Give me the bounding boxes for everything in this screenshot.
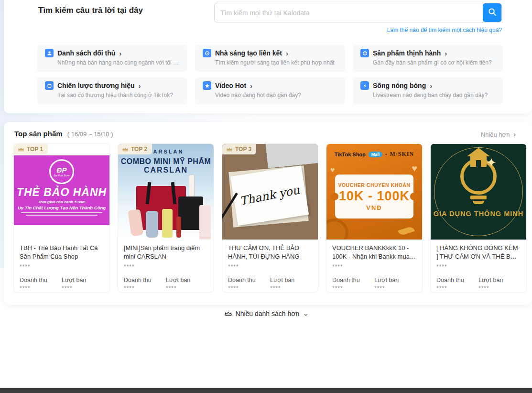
top-products-header: Top sản phẩm ( 16/09 ~ 15/10 ) [14, 130, 113, 138]
voucher-ticket-graphic: VOUCHER CHUYỂN KHOẢN 10K - 100K VNĐ [335, 175, 413, 218]
product-title: [MINI]Sản phẩm trang điểm mini CARSLAN [124, 244, 208, 262]
quick-card-desc: Những nhà bán hàng nào cùng ngành với tô… [57, 59, 181, 66]
product-image: ĐP Đại Phát Store THẺ BẢO HÀNH Thời gian… [14, 144, 109, 240]
bottom-bar [0, 388, 532, 393]
carslan-stick-graphic [189, 175, 195, 199]
warranty-fineprint [26, 215, 98, 216]
search-button[interactable] [483, 3, 501, 22]
chevron-down-icon: ⌄ [303, 311, 309, 317]
quick-card-competitors[interactable]: Danh sách đối thủ › Những nhà bán hàng n… [37, 45, 187, 72]
crown-icon [226, 147, 233, 152]
chevron-right-icon: › [250, 82, 252, 89]
leaf-decor-graphic [398, 226, 415, 236]
sales-value: **** [478, 285, 521, 292]
revenue-label: Doanh thu [124, 277, 166, 284]
page-title: Tìm kiếm câu trả lời tại đây [38, 6, 143, 15]
revenue-value: **** [228, 285, 270, 292]
quick-card-title: Chiến lược thương hiệu [57, 82, 135, 89]
product-title: [ HÀNG KHÔNG ĐÓNG KÈM ] THƯ CẢM ƠN VÀ TH… [436, 244, 521, 262]
star-icon [203, 81, 211, 90]
masked-rating: **** [332, 263, 416, 270]
voucher-line1: VOUCHER CHUYỂN KHOẢN [338, 182, 410, 188]
crown-icon [18, 147, 24, 152]
revenue-value: **** [124, 285, 166, 292]
quick-card-desc: Tại sao có thương hiệu thành công ở TikT… [57, 92, 181, 98]
product-card[interactable]: ✦ GIA DỤNG THÔNG MINH [ HÀNG KHÔNG ĐÓNG … [430, 143, 527, 293]
carslan-headline2: CARSLAN [118, 166, 214, 175]
revenue-value: **** [332, 285, 374, 292]
warranty-line2: Uy Tín Chất Lượng Tạo Nên Thành Công [18, 205, 106, 210]
search-help-link[interactable]: Làm thế nào để tìm kiếm một cách hiệu qu… [387, 27, 502, 33]
sparkle-icon: ✦ [486, 156, 497, 169]
quick-card-hot-videos[interactable]: Video Hot › Video nào đang hot dạo gần đ… [195, 77, 345, 104]
yellow-bottle-graphic [162, 209, 173, 238]
chevron-right-icon: › [513, 130, 516, 138]
quick-card-desc: Video nào đang hot dạo gần đây? [215, 92, 338, 98]
product-image: CARSLAN COMBO MINI MỸ PHẨM CARSLAN [118, 144, 214, 240]
revenue-value: **** [20, 285, 62, 292]
quick-card-desc: Livestream nào đang bán chạy dạo gần đây… [373, 92, 496, 98]
quick-card-title: Nhà sáng tạo liên kết [215, 49, 282, 57]
voucher-amount: 10K - 100K [339, 189, 410, 204]
product-image: ✦ GIA DỤNG THÔNG MINH [431, 144, 526, 240]
product-image: Thank you [222, 144, 318, 240]
sales-value: **** [270, 285, 312, 292]
product-card[interactable]: Thank you TOP 3 THƯ CẢM ƠN, THẺ BẢO HÀNH… [222, 143, 318, 293]
chevron-right-icon: › [430, 82, 432, 89]
tiktok-shop-logo: TikTok Shop [335, 152, 366, 157]
warranty-logo: ĐP [57, 166, 67, 174]
quick-card-title: Video Hot [215, 82, 246, 89]
quick-card-affiliate-creators[interactable]: Nhà sáng tạo liên kết › Tìm kiếm người s… [195, 45, 345, 72]
bulb-base-graphic [470, 196, 487, 199]
masked-rating: **** [124, 263, 208, 270]
quick-card-brand-strategy[interactable]: Chiến lược thương hiệu › Tại sao có thươ… [37, 77, 187, 104]
keyboard-graphic [265, 144, 318, 168]
quick-card-hot-livestreams[interactable]: Sống nóng bỏng › Livestream nào đang bán… [353, 77, 503, 104]
quick-card-title: Sống nóng bỏng [373, 82, 426, 89]
search-input[interactable] [215, 9, 483, 17]
product-card[interactable]: CARSLAN COMBO MINI MỸ PHẨM CARSLAN TOP 2… [118, 143, 214, 293]
heart-decor-icon: ♥ [412, 163, 417, 174]
quick-card-trending-products[interactable]: Sản phẩm thịnh hành › Gần đây bán sản ph… [353, 45, 503, 72]
carslan-headline: COMBO MINI MỸ PHẨM [118, 157, 214, 166]
quick-links-grid: Danh sách đối thủ › Những nhà bán hàng n… [37, 45, 503, 104]
search-panel: Tìm kiếm câu trả lời tại đây Làm thế nào… [4, 0, 532, 113]
crown-outline-icon [224, 311, 232, 317]
product-image: TikTok Shop Mall • M·SKIN ♥ ♥ VOUCHER CH… [326, 144, 422, 240]
sachets-graphic [199, 205, 211, 237]
date-range: ( 16/09 ~ 15/10 ) [67, 131, 113, 138]
sales-label: Lượt bán [166, 277, 208, 284]
sales-value: **** [166, 285, 208, 292]
chevron-right-icon: › [139, 82, 141, 89]
product-title: VOUCHER BANKKkkK 10 - 100K - Nhận khi Ba… [332, 244, 416, 262]
revenue-label: Doanh thu [20, 277, 62, 284]
quick-card-title: Sản phẩm thịnh hành [373, 49, 441, 57]
coin-decor-graphic [326, 218, 348, 240]
product-icon [360, 49, 369, 57]
search-bar [214, 3, 502, 22]
more-link[interactable]: Nhiều hơn › [481, 131, 516, 138]
mskin-logo: M·SKIN [390, 151, 414, 158]
chevron-right-icon: › [286, 50, 288, 57]
product-title: TBH - Thẻ Bảo Hành Tất Cả Sản Phẩm Của S… [20, 244, 104, 262]
sales-value: **** [62, 285, 104, 292]
crown-icon [122, 147, 129, 152]
revenue-label: Doanh thu [436, 277, 478, 284]
more-lists-button[interactable]: Nhiều danh sách hơn ⌄ [0, 310, 532, 317]
revenue-value: **** [436, 285, 478, 292]
sales-label: Lượt bán [270, 277, 312, 284]
quick-card-desc: Tìm kiếm người sáng tạo liên kết phù hợp… [215, 59, 338, 66]
sales-label: Lượt bán [478, 277, 521, 284]
product-card[interactable]: ĐP Đại Phát Store THẺ BẢO HÀNH Thời gian… [13, 143, 110, 293]
smart-home-caption: GIA DỤNG THÔNG MINH [431, 210, 526, 218]
product-cards-row: ĐP Đại Phát Store THẺ BẢO HÀNH Thời gian… [13, 143, 527, 293]
user-icon [45, 49, 54, 57]
warranty-line1: Thời gian bảo hành 5 năm [38, 200, 85, 204]
revenue-label: Doanh thu [332, 277, 374, 284]
rank-badge: TOP 2 [118, 144, 152, 154]
live-icon [360, 81, 369, 90]
voucher-currency: VNĐ [366, 204, 382, 211]
warranty-store: Đại Phát Store [54, 175, 70, 177]
product-card[interactable]: TikTok Shop Mall • M·SKIN ♥ ♥ VOUCHER CH… [326, 143, 423, 293]
chevron-right-icon: › [119, 50, 121, 57]
